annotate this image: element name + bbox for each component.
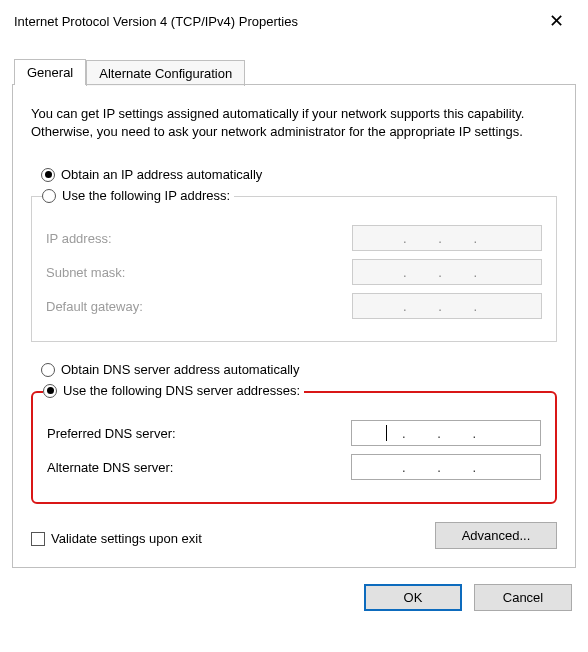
footer-buttons: OK Cancel (0, 580, 588, 625)
tab-general[interactable]: General (14, 59, 86, 85)
ok-button[interactable]: OK (364, 584, 462, 611)
group-ip-manual: Use the following IP address: IP address… (31, 186, 557, 342)
radio-icon (42, 189, 56, 203)
radio-obtain-dns-auto-label: Obtain DNS server address automatically (61, 362, 299, 377)
radio-use-ip-manual[interactable]: Use the following IP address: (42, 188, 230, 203)
radio-obtain-dns-auto[interactable]: Obtain DNS server address automatically (41, 362, 557, 377)
tab-panel-general: You can get IP settings assigned automat… (12, 84, 576, 568)
dialog-window: Internet Protocol Version 4 (TCP/IPv4) P… (0, 0, 588, 625)
checkbox-validate-on-exit[interactable]: Validate settings upon exit (31, 531, 202, 546)
radio-icon (41, 168, 55, 182)
tab-alternate[interactable]: Alternate Configuration (86, 60, 245, 86)
tab-alternate-label: Alternate Configuration (99, 66, 232, 81)
window-title: Internet Protocol Version 4 (TCP/IPv4) P… (14, 14, 298, 29)
subnet-mask-label: Subnet mask: (46, 265, 352, 280)
radio-icon (41, 363, 55, 377)
alternate-dns-label: Alternate DNS server: (47, 460, 351, 475)
radio-use-ip-manual-label: Use the following IP address: (62, 188, 230, 203)
preferred-dns-label: Preferred DNS server: (47, 426, 351, 441)
radio-use-dns-manual-label: Use the following DNS server addresses: (63, 383, 300, 398)
checkbox-icon (31, 532, 45, 546)
radio-obtain-ip-auto[interactable]: Obtain an IP address automatically (41, 167, 557, 182)
bottom-row: Validate settings upon exit Advanced... (31, 522, 557, 549)
radio-use-dns-manual[interactable]: Use the following DNS server addresses: (43, 383, 300, 398)
default-gateway-label: Default gateway: (46, 299, 352, 314)
checkbox-validate-label: Validate settings upon exit (51, 531, 202, 546)
radio-icon (43, 384, 57, 398)
subnet-mask-input: . . . (352, 259, 542, 285)
ip-address-input: . . . (352, 225, 542, 251)
close-icon[interactable]: ✕ (539, 8, 574, 34)
intro-text: You can get IP settings assigned automat… (31, 105, 557, 141)
alternate-dns-input[interactable]: . . . (351, 454, 541, 480)
cancel-button[interactable]: Cancel (474, 584, 572, 611)
ip-address-label: IP address: (46, 231, 352, 246)
tab-strip: General Alternate Configuration (0, 58, 588, 84)
radio-obtain-ip-auto-label: Obtain an IP address automatically (61, 167, 262, 182)
text-cursor (386, 425, 387, 441)
advanced-button[interactable]: Advanced... (435, 522, 557, 549)
tab-general-label: General (27, 65, 73, 80)
default-gateway-input: . . . (352, 293, 542, 319)
group-dns-manual: Use the following DNS server addresses: … (31, 381, 557, 504)
preferred-dns-input[interactable]: . . . (351, 420, 541, 446)
title-bar: Internet Protocol Version 4 (TCP/IPv4) P… (0, 0, 588, 40)
